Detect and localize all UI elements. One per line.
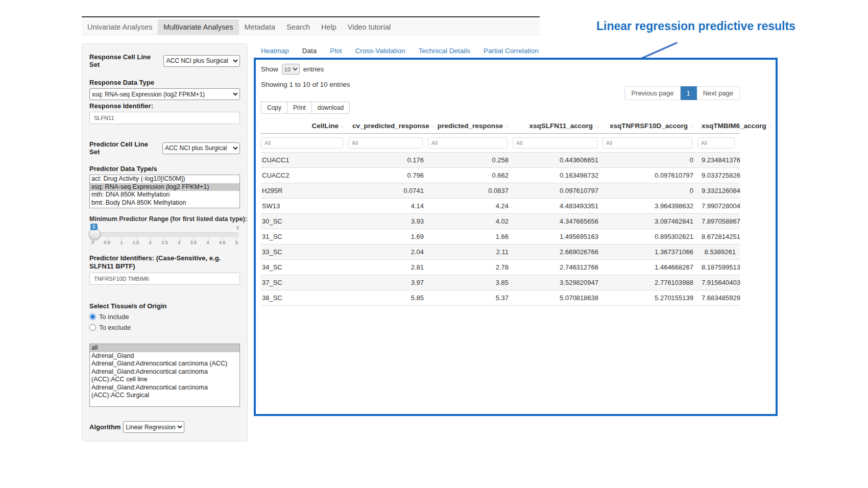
table-row[interactable]: 37_SC 3.97 3.85 3.529820947 2.776103988 … [261,275,740,290]
result-tab[interactable]: Data [302,47,317,55]
table-row[interactable]: SW13 4.14 4.24 4.483493351 3.964398632 7… [261,199,740,214]
xsqtnfrsf10d-accorg-cell: 1.367371066 [602,245,697,260]
cellline-cell: 37_SC [261,275,348,290]
previous-page-button[interactable]: Previous page [624,86,680,100]
column-filter-input[interactable] [602,137,692,149]
table-row[interactable]: 30_SC 3.93 4.02 4.347665656 3.087462841 … [261,214,740,229]
sort-arrows-icon[interactable]: ↑↓ [689,124,693,129]
xsqtnfrsf10d-accorg-cell: 0.895302621 [602,229,697,245]
column-filter-input[interactable] [428,137,508,149]
nav-item-label: Help [321,19,336,35]
cv-predicted-response-cell: 2.04 [348,245,428,260]
nav-item-label: Multivariate Analyses [163,19,233,35]
predicted-response-cell: 4.24 [428,199,513,214]
algorithm-select[interactable]: Linear Regression [123,421,184,433]
table-row[interactable]: 38_SC 5.85 5.37 5.070818638 5.270155139 … [261,290,740,306]
response-cell-line-set-select[interactable]: ACC NCI plus Surgical [163,55,240,67]
cv-predicted-response-cell: 3.93 [348,214,428,229]
header-row: CellLine↑↓ cv_predicted_response↑↓ predi… [261,119,740,134]
response-data-type-select[interactable]: xsq: RNA-seq Expression (log2 FPKM+1) [89,88,240,100]
table-row[interactable]: H295R 0.0741 0.0837 0.097610797 0 9.3321… [261,183,740,199]
xsqslfn11-accorg-cell: 2.669026766 [513,245,602,260]
filter-cell [348,134,428,153]
column-header[interactable]: cv_predicted_response↑↓ [348,119,428,134]
tissue-radio-input[interactable] [89,324,96,331]
table-row[interactable]: 33_SC 2.04 2.11 2.669026766 1.367371066 … [261,245,740,260]
sort-arrows-icon[interactable]: ↑↓ [594,124,598,129]
listbox-option[interactable]: Adrenal_Gland:Adrenocortical carcinoma (… [90,360,239,368]
app-root: Univariate Analyses Multivariate Analyse… [0,0,868,488]
result-tab[interactable]: Plot [330,47,342,55]
slider-tick-label: 4.5 [219,240,226,245]
cv-predicted-response-cell: 1.69 [348,229,428,245]
predictor-identifiers-input[interactable] [89,273,240,285]
tissue-radio-input[interactable] [89,313,96,320]
result-tab[interactable]: Technical Details [419,47,470,55]
slider-tick-label: 0 [91,240,94,245]
column-filter-input[interactable] [697,137,735,149]
cellline-cell: SW13 [261,199,348,214]
sort-arrows-icon[interactable]: ↑↓ [768,124,772,129]
table-row[interactable]: CUACC1 0.176 0.258 0.443606651 0 9.23484… [261,153,740,168]
predicted-response-cell: 2.11 [428,245,513,260]
result-tab[interactable]: Heatmap [261,47,289,55]
column-header[interactable]: CellLine↑↓ [261,119,348,134]
slider-tick-label: 4 [207,240,209,245]
next-page-button[interactable]: Next page [697,86,740,100]
nav-item[interactable]: Univariate Analyses [82,19,158,35]
response-identifier-input[interactable] [89,112,240,124]
export-button[interactable]: Copy [261,102,287,114]
nav-item[interactable]: Help [316,19,342,35]
column-filter-input[interactable] [261,137,343,149]
sort-arrows-icon[interactable]: ↑↓ [504,124,509,129]
result-tab[interactable]: Partial Correlation [484,47,539,55]
tissue-radio-group: To include To exclude [89,313,240,331]
sort-arrows-icon[interactable]: ↑↓ [431,124,435,129]
predicted-response-cell: 3.85 [428,275,513,290]
nav-item[interactable]: Metadata [239,19,281,35]
slider-tick-label: 3 [178,240,180,245]
nav-item[interactable]: Search [281,19,316,35]
column-filter-input[interactable] [348,137,423,149]
tissue-listbox: all Adrenal_Gland Adrenal_Gland:Adrenoco… [89,344,240,407]
export-button[interactable]: download [312,102,350,114]
nav-item[interactable]: Multivariate Analyses [158,19,238,35]
column-header[interactable]: xsqTNFRSF10D_accorg↑↓ [602,119,697,134]
analysis-form-sidebar: Response Cell Line Set ACC NCI plus Surg… [82,43,248,442]
listbox-option[interactable]: act: Drug Activity (-log10[IC50M]) [90,175,239,183]
min-predictor-range-slider: 0 5 0 0.5 1 1.5 2 2.5 3 [90,224,239,249]
nav-item-label: Video tutorial [348,19,391,35]
listbox-option[interactable]: bmt: Body DNA 850K Methylation [90,199,239,207]
export-button-group: Copy Print download [261,102,350,114]
listbox-option[interactable]: mth: DNA 850K Methylation [90,191,239,199]
response-cell-line-set-label: Response Cell Line Set [89,53,161,68]
xsqslfn11-accorg-cell: 1.495695163 [513,229,602,245]
current-page-button[interactable]: 1 [681,86,697,100]
cellline-cell: H295R [261,183,348,199]
cv-predicted-response-cell: 0.0741 [348,183,428,199]
column-header[interactable]: xsqTMBIM6_accorg↑↓ [697,119,740,134]
predicted-response-cell: 1.66 [428,229,513,245]
export-button[interactable]: Print [287,102,312,114]
listbox-option[interactable]: all [90,344,239,352]
predictor-cell-line-set-select[interactable]: ACC NCI plus Surgical [162,142,240,154]
sort-arrows-icon[interactable]: ↑↓ [340,124,344,129]
filter-cell [261,134,348,153]
table-row[interactable]: CUACC2 0.796 0.662 0.163498732 0.0976107… [261,168,740,183]
nav-item[interactable]: Video tutorial [342,19,396,35]
tissue-radio-option[interactable]: To include [89,313,240,321]
page-length-select[interactable]: 10 [282,64,300,75]
listbox-option[interactable]: Adrenal_Gland:Adrenocortical carcinoma (… [90,384,239,400]
cellline-cell: 31_SC [261,229,348,245]
table-row[interactable]: 34_SC 2.81 2.78 2.746312766 1.464668267 … [261,260,740,275]
listbox-option[interactable]: Adrenal_Gland:Adrenocortical carcinoma (… [90,368,239,384]
result-tab[interactable]: Cross-Validation [355,47,405,55]
tissue-radio-option[interactable]: To exclude [89,324,240,331]
cv-predicted-response-cell: 0.796 [348,168,428,183]
table-row[interactable]: 31_SC 1.69 1.66 1.495695163 0.895302621 … [261,229,740,245]
listbox-option[interactable]: Adrenal_Gland [90,352,239,360]
column-header[interactable]: xsqSLFN11_accorg↑↓ [513,119,602,134]
listbox-option[interactable]: xsq: RNA-seq Expression (log2 FPKM+1) [90,183,239,191]
column-filter-input[interactable] [513,137,597,149]
column-header[interactable]: predicted_response↑↓ [428,119,513,134]
